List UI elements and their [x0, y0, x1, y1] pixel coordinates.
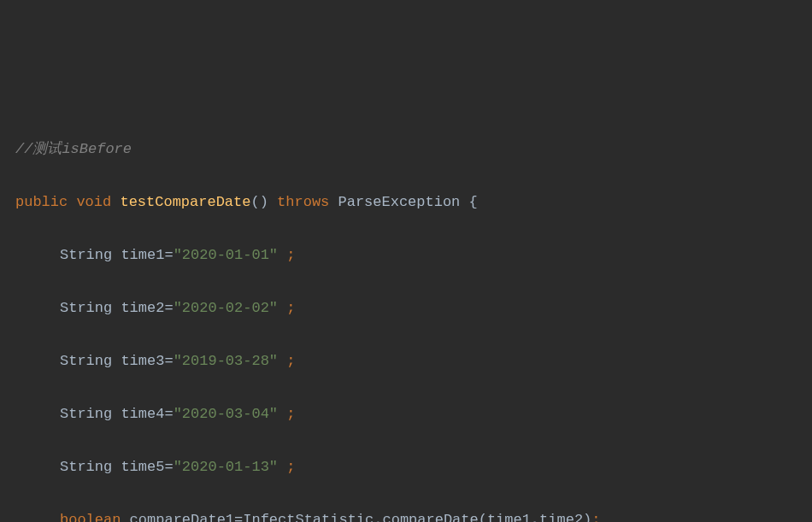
code-line-comment: //测试isBefore: [0, 136, 812, 162]
method-name: testCompareDate: [120, 194, 250, 210]
space-semi: [278, 247, 286, 263]
type-string: String: [60, 300, 112, 316]
space-semi: [278, 459, 286, 475]
semicolon: ;: [286, 459, 295, 475]
string-time2: "2020-02-02": [174, 300, 278, 316]
semicolon: ;: [286, 300, 295, 316]
var-time4: time4=: [112, 406, 173, 422]
space: [268, 194, 277, 210]
space: [111, 194, 120, 210]
space: [68, 194, 76, 210]
exception-type: ParseException: [338, 194, 461, 210]
keyword-throws: throws: [277, 194, 329, 210]
string-time1: "2020-01-01": [174, 247, 278, 263]
var-cd1: compareDate1=: [121, 512, 243, 522]
keyword-void: void: [76, 194, 111, 210]
space-semi: [278, 353, 286, 369]
type-string: String: [60, 406, 112, 422]
code-editor[interactable]: //测试isBefore public void testCompareDate…: [0, 109, 812, 522]
semicolon: ;: [286, 353, 295, 369]
space-semi: [278, 406, 286, 422]
parens: (): [250, 194, 268, 210]
string-time4: "2020-03-04": [174, 406, 278, 422]
string-time5: "2020-01-13": [174, 459, 278, 475]
code-line-time5: String time5="2020-01-13" ;: [0, 454, 812, 480]
semicolon: ;: [286, 406, 295, 422]
semicolon: ;: [286, 247, 295, 263]
var-time3: time3=: [112, 353, 173, 369]
type-string: String: [60, 353, 112, 369]
comment-text: //测试isBefore: [15, 141, 132, 157]
space: [329, 194, 338, 210]
var-time1: time1=: [112, 247, 173, 263]
space-semi: [278, 300, 286, 316]
string-time3: "2019-03-28": [174, 353, 278, 369]
code-line-time3: String time3="2019-03-28" ;: [0, 348, 812, 374]
var-time5: time5=: [112, 459, 173, 475]
type-string: String: [60, 247, 112, 263]
code-line-signature: public void testCompareDate() throws Par…: [0, 189, 812, 215]
code-line-cd1: boolean compareDate1=InfectStatistic.com…: [0, 507, 812, 522]
semicolon: ;: [591, 512, 600, 522]
type-string: String: [60, 459, 112, 475]
keyword-boolean: boolean: [60, 512, 121, 522]
code-line-time4: String time4="2020-03-04" ;: [0, 401, 812, 427]
var-time2: time2=: [112, 300, 173, 316]
args1: (time1,time2): [479, 512, 592, 522]
code-line-time1: String time1="2020-01-01" ;: [0, 242, 812, 268]
code-line-time2: String time2="2020-02-02" ;: [0, 295, 812, 321]
keyword-public: public: [15, 194, 68, 210]
class-call: InfectStatistic.compareDate: [243, 512, 478, 522]
brace-open: {: [460, 194, 477, 210]
